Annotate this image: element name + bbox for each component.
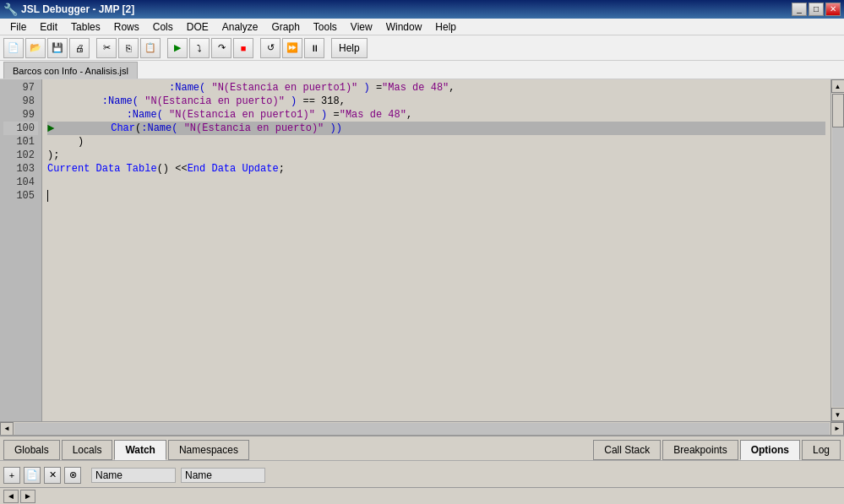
menu-view[interactable]: View (344, 19, 379, 35)
minimize-button[interactable]: _ (792, 3, 807, 16)
line-num-104: 104 (3, 176, 38, 189)
menu-graph[interactable]: Graph (264, 19, 306, 35)
print-button[interactable]: 🖨 (69, 38, 90, 58)
line-num-99: 99 (3, 108, 38, 122)
menu-tools[interactable]: Tools (307, 19, 344, 35)
cut-button[interactable]: ✂ (96, 38, 117, 58)
code-content[interactable]: :Name( "N(Estancia en puerto1)" ) = "Mas… (42, 79, 830, 421)
code-line-100: ► Char(:Name( "N(Estancia en puerto)" )) (47, 122, 825, 135)
watch-add-file-button[interactable]: 📄 (24, 467, 41, 484)
menu-window[interactable]: Window (379, 19, 429, 35)
menu-analyze[interactable]: Analyze (215, 19, 265, 35)
tab-breakpoints[interactable]: Breakpoints (662, 440, 738, 460)
scroll-down-button[interactable]: ▼ (831, 408, 845, 421)
toolbar: 📄 📂 💾 🖨 ✂ ⎘ 📋 ▶ ⤵ ↷ ■ ↺ ⏩ ⏸ Help (0, 35, 844, 61)
step-over-button[interactable]: ↷ (211, 38, 231, 58)
bottom-tabs-left: Globals Locals Watch Namespaces (0, 436, 253, 460)
new-button[interactable]: 📄 (3, 38, 24, 58)
h-scroll-track[interactable] (14, 423, 830, 435)
bottom-tabs-right: Call Stack Breakpoints Options Log (590, 436, 844, 460)
h-scroll-right-button[interactable]: ► (830, 422, 844, 436)
bottom-content: + 📄 ✕ ⊗ Name Name (0, 460, 844, 489)
code-line-97: :Name( "N(Estancia en puerto1)" ) = "Mas… (47, 81, 825, 95)
file-tab-0[interactable]: Barcos con Info - Analisis.jsl (3, 62, 138, 79)
line-num-102: 102 (3, 149, 38, 162)
code-line-99: :Name( "N(Estancia en puerto1)" ) = "Mas… (47, 108, 825, 122)
status-bar: ◄ ► (0, 487, 844, 504)
line-num-105: 105 (3, 189, 38, 203)
continue-button[interactable]: ⏩ (282, 38, 302, 58)
scroll-thumb[interactable] (832, 94, 844, 127)
menu-file[interactable]: File (3, 19, 33, 35)
tab-globals[interactable]: Globals (3, 440, 60, 460)
tab-watch[interactable]: Watch (114, 440, 166, 460)
tab-locals[interactable]: Locals (62, 440, 113, 460)
restart-button[interactable]: ↺ (260, 38, 280, 58)
h-scroll-left-button[interactable]: ◄ (0, 422, 14, 436)
line-num-101: 101 (3, 135, 38, 149)
tab-namespaces[interactable]: Namespaces (168, 440, 249, 460)
run-button[interactable]: ▶ (167, 38, 188, 58)
code-line-101: ) (47, 135, 825, 149)
app-icon: 🔧 (3, 3, 18, 16)
watch-col-name: Name (91, 468, 176, 483)
window-title: JSL Debugger - JMP [2] (18, 3, 792, 15)
scroll-track[interactable] (832, 94, 844, 407)
menu-bar: File Edit Tables Rows Cols DOE Analyze G… (0, 19, 844, 35)
scroll-up-button[interactable]: ▲ (831, 79, 845, 93)
code-line-104 (47, 176, 825, 189)
menu-help[interactable]: Help (428, 19, 463, 35)
watch-remove-all-button[interactable]: ⊗ (64, 467, 81, 484)
watch-remove-button[interactable]: ✕ (44, 467, 61, 484)
menu-rows[interactable]: Rows (107, 19, 146, 35)
line-num-98: 98 (3, 95, 38, 108)
menu-cols[interactable]: Cols (146, 19, 180, 35)
tab-log[interactable]: Log (802, 440, 841, 460)
code-line-103: Current Data Table() << End Data Update; (47, 162, 825, 176)
line-num-97: 97 (3, 81, 38, 95)
copy-button[interactable]: ⎘ (118, 38, 139, 58)
code-scrollbar: ▲ ▼ (830, 79, 844, 421)
file-tab-bar: Barcos con Info - Analisis.jsl (0, 61, 844, 79)
open-button[interactable]: 📂 (25, 38, 46, 58)
nav-right-button[interactable]: ► (20, 490, 35, 503)
maximize-button[interactable]: □ (809, 3, 824, 16)
line-numbers: 97 98 99 100 101 102 103 104 105 (0, 79, 42, 421)
bottom-tabs-container: Globals Locals Watch Namespaces Call Sta… (0, 436, 844, 460)
code-wrapper: 97 98 99 100 101 102 103 104 105 :Name (0, 79, 844, 421)
bottom-panel: Globals Locals Watch Namespaces Call Sta… (0, 435, 844, 487)
watch-col-value: Name (181, 468, 265, 483)
watch-add-button[interactable]: + (3, 467, 20, 484)
close-button[interactable]: ✕ (825, 3, 841, 16)
watch-columns: Name Name (91, 468, 265, 483)
nav-left-button[interactable]: ◄ (3, 490, 19, 503)
menu-tables[interactable]: Tables (64, 19, 107, 35)
status-nav: ◄ ► (3, 490, 35, 503)
paste-button[interactable]: 📋 (140, 38, 161, 58)
line-num-100: 100 (3, 122, 38, 135)
code-main: 97 98 99 100 101 102 103 104 105 :Name (0, 79, 830, 421)
code-line-98: :Name( "N(Estancia en puerto)" ) == 318, (47, 95, 825, 108)
h-scrollbar: ◄ ► (0, 421, 844, 435)
title-controls: _ □ ✕ (792, 3, 841, 16)
title-bar: 🔧 JSL Debugger - JMP [2] _ □ ✕ (0, 0, 844, 19)
save-button[interactable]: 💾 (47, 38, 68, 58)
menu-doe[interactable]: DOE (180, 19, 215, 35)
code-line-102: ); (47, 149, 825, 162)
help-button[interactable]: Help (331, 38, 368, 58)
watch-panel: Name Name (91, 468, 265, 483)
stop-button[interactable]: ■ (233, 38, 253, 58)
main-area: 97 98 99 100 101 102 103 104 105 :Name (0, 79, 844, 435)
tab-call-stack[interactable]: Call Stack (593, 440, 661, 460)
code-line-105 (47, 189, 825, 203)
menu-edit[interactable]: Edit (33, 19, 64, 35)
pause-button[interactable]: ⏸ (304, 38, 324, 58)
tab-options[interactable]: Options (740, 440, 800, 460)
line-num-103: 103 (3, 162, 38, 176)
step-into-button[interactable]: ⤵ (189, 38, 210, 58)
